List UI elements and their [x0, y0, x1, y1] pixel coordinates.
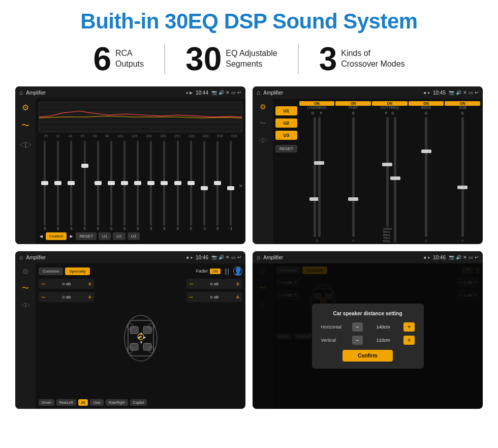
- volume-ctrl-br: − 0 dB +: [186, 292, 242, 302]
- vol-minus-br[interactable]: −: [189, 293, 193, 301]
- fader-specialty-tab[interactable]: Specialty: [65, 267, 89, 275]
- btn-rearright[interactable]: RearRight: [106, 399, 128, 406]
- confirm-button[interactable]: Confirm: [343, 350, 392, 362]
- eq-slider-11: 0: [185, 141, 197, 230]
- btn-user[interactable]: User: [90, 399, 104, 406]
- ch-cutfreq-on[interactable]: ON: [372, 101, 408, 106]
- svg-text:▲: ▲: [139, 331, 143, 336]
- eq-graph: [39, 102, 242, 132]
- eq-slider-2: 0: [65, 141, 77, 230]
- eq-slider-7: 0: [132, 141, 144, 230]
- horizontal-minus-btn[interactable]: −: [352, 322, 363, 332]
- vol-plus-bl[interactable]: +: [88, 293, 92, 301]
- btn-all[interactable]: All: [78, 399, 88, 406]
- eq-u1-btn[interactable]: U1: [99, 232, 111, 240]
- dialog-vertical-label: Vertical: [321, 338, 349, 343]
- eq-custom-btn[interactable]: Custom: [46, 232, 67, 240]
- eq-freq-labels: 25 32 40 50 63 80 100 125 160 200 250 32…: [39, 134, 242, 138]
- vol-plus-br[interactable]: +: [236, 293, 240, 301]
- fader-on-btn[interactable]: ON: [210, 268, 221, 274]
- vol-val-br: 0 dB: [195, 295, 234, 300]
- car-diagram: ◄ ► ▲ ▼: [115, 305, 166, 371]
- vertical-minus-btn[interactable]: −: [352, 336, 363, 345]
- fader-common-tab[interactable]: Common: [39, 267, 63, 275]
- eq-slider-1: 0: [52, 141, 64, 230]
- fader-screen-content: ⚙ 〜 ◁▷ Common Specialty Fader ON ||| 👤: [15, 263, 245, 409]
- fader-filter-icon[interactable]: ⚙: [22, 267, 29, 276]
- expand-icon[interactable]: »: [238, 141, 242, 230]
- eq-slider-5: 0: [105, 141, 117, 230]
- eq-wave-icon[interactable]: 〜: [21, 121, 29, 131]
- fader-left: − 0 dB + − 0 dB +: [39, 279, 95, 397]
- eq-slider-8: 0: [145, 141, 157, 230]
- dialog-box: Car speaker distance setting Horizontal …: [312, 304, 424, 369]
- eq-screen-content: ⚙ 〜 ◁▷: [15, 99, 245, 244]
- btn-copilot[interactable]: Copilot: [130, 399, 147, 406]
- eq-slider-14: -1: [225, 141, 237, 230]
- fader-top-bar: Common Specialty Fader ON ||| 👤: [39, 266, 242, 276]
- mixer-sl-cutfreq: FG 100Hz90Hz80Hz70Hz60Hz: [372, 111, 408, 243]
- eq-u2-btn[interactable]: U2: [113, 232, 125, 240]
- btn-rearleft[interactable]: RearLeft: [56, 399, 76, 406]
- ch-sub-on[interactable]: ON: [445, 101, 480, 106]
- ch-loudness-on[interactable]: ON: [299, 101, 335, 106]
- mixer-sl-sub: G 0: [445, 111, 480, 243]
- mixer-wave-icon[interactable]: 〜: [259, 119, 266, 128]
- horizontal-value: 140cm: [365, 324, 402, 330]
- distance-screen: ⌂ Amplifier ■ ● 10:46 📷🔊✕▭↩ ⚙ 〜 ◁▷ Commo…: [253, 251, 483, 409]
- eq-slider-4: 0: [92, 141, 104, 230]
- stat-rca: 6 RCAOutputs: [73, 43, 164, 75]
- eq-slider-3: 5: [78, 141, 90, 230]
- fader-topbar: ⌂ Amplifier ■ ● 10:46 📷🔊✕▭↩: [15, 251, 245, 263]
- mixer-u2-btn[interactable]: U2: [275, 118, 297, 128]
- eq-vol-icon[interactable]: ◁▷: [19, 139, 32, 149]
- mixer-filter-icon[interactable]: ⚙: [260, 103, 266, 111]
- distance-home-icon: ⌂: [257, 254, 260, 261]
- prev-arrow[interactable]: ◄: [39, 233, 44, 239]
- mixer-home-icon: ⌂: [257, 89, 260, 96]
- eq-slider-0: 0: [39, 141, 51, 230]
- mixer-right-panel: U1 U2 U3 RESET ON LOUDNESS ON: [273, 99, 483, 244]
- fader-center: ◄ ► ▲ ▼: [99, 279, 182, 397]
- mixer-vol-icon[interactable]: ◁▷: [258, 136, 267, 143]
- next-arrow[interactable]: ►: [69, 233, 74, 239]
- vertical-plus-btn[interactable]: +: [403, 336, 414, 345]
- fader-vol-icon[interactable]: ◁▷: [21, 301, 30, 308]
- mixer-topbar-time: 10:45: [433, 90, 446, 96]
- btn-driver[interactable]: Driver: [39, 399, 54, 406]
- eq-topbar-icons: 📷🔊✕▭↩: [211, 90, 241, 95]
- fader-settings-icon[interactable]: 👤: [233, 266, 242, 276]
- dialog-horizontal-label: Horizontal: [321, 324, 349, 330]
- distance-topbar-title: Amplifier: [263, 255, 421, 260]
- mixer-row-layout: ⚙ 〜 ◁▷ U1 U2 U3 RESET ON: [253, 99, 483, 244]
- horizontal-plus-btn[interactable]: +: [403, 322, 414, 332]
- eq-reset-btn[interactable]: RESET: [76, 232, 97, 240]
- vol-plus-tr[interactable]: +: [236, 280, 240, 287]
- stat-eq-number: 30: [185, 43, 222, 75]
- vol-minus-bl[interactable]: −: [41, 293, 45, 301]
- vol-plus-tl[interactable]: +: [88, 280, 92, 287]
- home-icon: ⌂: [19, 89, 23, 96]
- eq-sidebar: ⚙ 〜 ◁▷: [15, 99, 36, 244]
- svg-text:►: ►: [143, 335, 147, 340]
- fader-screen: ⌂ Amplifier ■ ● 10:46 📷🔊✕▭↩ ⚙ 〜 ◁▷ Commo…: [15, 251, 245, 409]
- vol-minus-tl[interactable]: −: [41, 280, 45, 287]
- eq-filter-icon[interactable]: ⚙: [22, 103, 29, 112]
- volume-ctrl-bl: − 0 dB +: [39, 292, 95, 302]
- fader-wave-icon[interactable]: 〜: [22, 284, 29, 293]
- ch-phat-on[interactable]: ON: [335, 101, 371, 106]
- volume-ctrl-tl: − 0 dB +: [39, 279, 95, 289]
- eq-sliders-row: 0 0 0 5: [39, 141, 242, 230]
- mixer-reset-btn[interactable]: RESET: [275, 145, 297, 153]
- vol-val-tl: 0 dB: [47, 282, 86, 286]
- vol-minus-tr[interactable]: −: [189, 280, 193, 287]
- mixer-u1-btn[interactable]: U1: [275, 106, 297, 115]
- screenshots-grid: ⌂ Amplifier ● ▶ 10:44 📷🔊✕▭↩ ⚙ 〜 ◁▷: [15, 86, 483, 409]
- mixer-u3-btn[interactable]: U3: [275, 131, 297, 140]
- fader-content: − 0 dB + − 0 dB +: [39, 279, 242, 397]
- ch-sub: ON SUB: [445, 101, 480, 110]
- ch-bass-on[interactable]: ON: [409, 101, 444, 106]
- page-container: Buith-in 30EQ DSP Sound System 6 RCAOutp…: [0, 0, 498, 448]
- eq-u3-btn[interactable]: U3: [128, 232, 140, 240]
- page-title: Buith-in 30EQ DSP Sound System: [15, 9, 483, 34]
